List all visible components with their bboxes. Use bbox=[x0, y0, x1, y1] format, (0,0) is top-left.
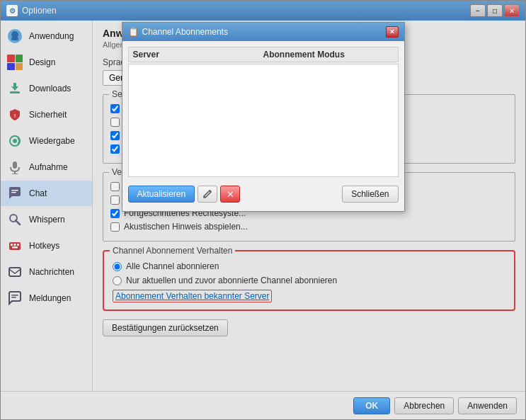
main-window: ⚙ Optionen − □ ✕ Anwendung bbox=[0, 0, 526, 420]
channel-abonnements-dialog: 📋 Channel Abonnements ✕ Server Abonnemen… bbox=[122, 22, 405, 212]
schliessen-button[interactable]: Schließen bbox=[342, 186, 398, 203]
dialog-title-text: Channel Abonnements bbox=[142, 27, 228, 37]
edit-button[interactable] bbox=[198, 186, 217, 203]
col-server-header: Server bbox=[133, 50, 263, 59]
delete-button[interactable]: ✕ bbox=[220, 186, 240, 203]
dialog-body: Server Abonnement Modus Aktualisieren bbox=[122, 41, 404, 211]
col-modus-header: Abonnement Modus bbox=[263, 50, 394, 59]
dialog-title-icon: 📋 bbox=[128, 27, 138, 37]
dialog-table-content bbox=[128, 64, 399, 177]
dialog-footer: Aktualisieren ✕ Schließen bbox=[128, 183, 399, 205]
dialog-footer-left: Aktualisieren ✕ bbox=[128, 186, 241, 203]
dialog-close-button[interactable]: ✕ bbox=[386, 26, 399, 38]
dialog-title-bar: 📋 Channel Abonnements ✕ bbox=[122, 23, 404, 41]
dialog-overlay: 📋 Channel Abonnements ✕ Server Abonnemen… bbox=[1, 1, 525, 419]
aktualisieren-button[interactable]: Aktualisieren bbox=[128, 186, 195, 203]
dialog-title-bar-left: 📋 Channel Abonnements bbox=[128, 27, 228, 37]
table-header: Server Abonnement Modus bbox=[128, 47, 399, 62]
